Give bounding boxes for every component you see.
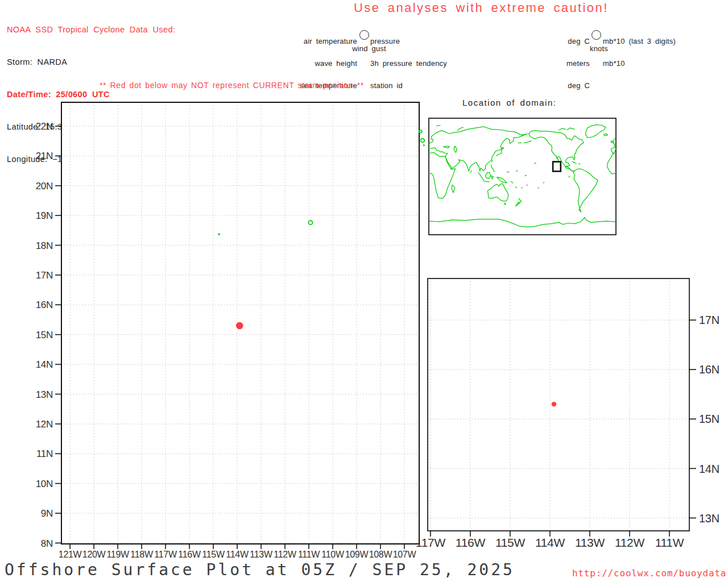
clarion-island [218,233,220,235]
main-map-x-tick-label: 107W [393,550,417,559]
main-map-y-tick-label: 19N [36,210,53,221]
main-map-y-tick-label: 17N [36,270,53,281]
main-map-y-tick-label: 16N [36,300,53,310]
plot-canvas: 117W116W115W114W113W112W111W13N14N15N16N… [0,0,728,582]
main-map-x-tick-label: 109W [345,550,369,559]
main-map-x-tick-label: 108W [369,550,393,559]
zoom-map-y-tick-label: 17N [699,314,719,326]
main-map-x-tick-label: 116W [178,550,201,559]
main-map-y-tick-label: 8N [41,538,53,549]
main-map-x-tick-label: 117W [154,550,177,559]
islas-marias-middle [420,139,424,143]
main-map-y-tick-label: 12N [36,419,53,430]
main-map-x-tick-label: 121W [59,550,82,559]
main-map-x-tick-label: 113W [250,550,273,559]
zoom-map-x-tick-label: 113W [575,536,605,549]
main-map-y-tick-label: 15N [36,330,53,340]
main-map-y-tick-label: 11N [36,448,53,459]
main-map-x-tick-label: 112W [274,550,297,559]
zoom-map-x-tick-label: 115W [495,536,526,549]
main-map-x-tick-label: 120W [82,550,106,559]
storm-position-dot [236,322,243,330]
main-map-x-tick-label: 115W [202,550,225,559]
main-map-y-tick-label: 10N [36,479,53,489]
main-map-y-tick-label: 9N [41,508,53,519]
islas-marias-south [423,144,425,146]
main-map-x-tick-label: 110W [321,550,345,559]
main-map-y-tick-label: 18N [36,240,53,251]
zoom-map-x-tick-label: 111W [655,536,684,549]
main-map-y-tick-label: 21N [36,151,53,161]
zoom-map-x-tick-label: 116W [456,536,486,549]
main-map-y-tick-label: 20N [36,181,53,192]
zoom-map-x-tick-label: 112W [615,536,645,549]
main-map-x-tick-label: 111W [298,550,320,559]
main-map-y-tick-label: 13N [36,389,53,400]
main-map-x-tick-label: 119W [106,550,130,559]
main-map-x-tick-label: 118W [130,550,154,559]
zoom-map-y-tick-label: 15N [699,413,719,425]
zoom-map-x-tick-label: 114W [535,536,565,549]
zoom-map-y-tick-label: 14N [699,463,719,475]
zoom-map-x-tick-label: 117W [416,536,446,549]
main-map-x-tick-label: 114W [226,550,249,559]
main-map-y-tick-label: 22N [36,121,53,132]
storm-position-dot [552,402,556,406]
zoom-map-y-tick-label: 16N [699,363,719,376]
islas-marias-north [419,130,421,133]
zoom-map-border [428,278,689,531]
zoom-map-y-tick-label: 13N [699,512,719,525]
main-map-y-tick-label: 14N [36,359,53,370]
